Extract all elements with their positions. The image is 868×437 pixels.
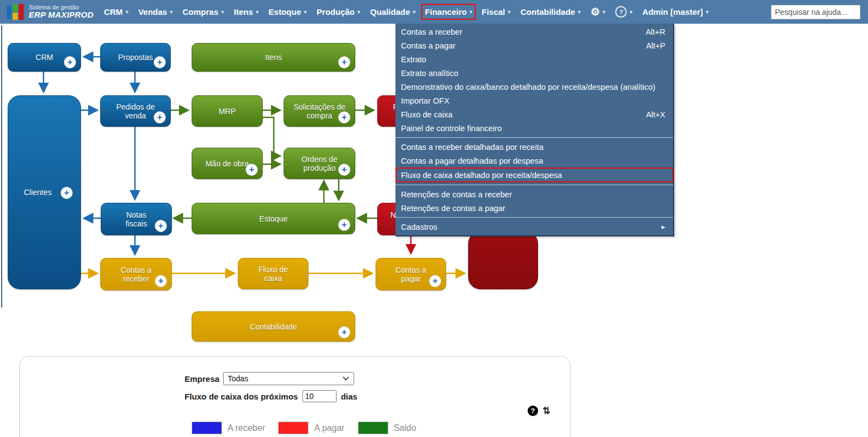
- chevron-down-icon: ▾: [413, 9, 416, 15]
- gear-icon: ⚙: [590, 7, 600, 17]
- chevron-down-icon: ▾: [304, 9, 307, 15]
- shortcut-label: Alt+R: [645, 28, 665, 36]
- menu-item-painel-controle-financeiro[interactable]: Painel de controle financeiro: [395, 121, 673, 135]
- flow-box-fornecedores-unlabeled[interactable]: [468, 231, 538, 289]
- top-navbar: Sistema de gestão ERP MAXIPROD CRM▾ Vend…: [0, 0, 868, 24]
- shortcut-label: Alt+X: [646, 110, 665, 119]
- nav-item-producao[interactable]: Produção▾: [312, 5, 365, 19]
- menu-item-demonstrativo-caixa-banco[interactable]: Demonstrativo do caixa/banco detalhado p…: [395, 80, 673, 94]
- plus-icon[interactable]: +: [155, 275, 167, 287]
- flow-box-propostas[interactable]: Propostas +: [100, 43, 171, 72]
- menu-item-contas-a-pagar[interactable]: Contas a pagarAlt+P: [395, 39, 673, 52]
- settings-menu[interactable]: ⚙▾: [586, 4, 610, 19]
- menu-item-fluxo-de-caixa[interactable]: Fluxo de caixaAlt+X: [395, 107, 673, 121]
- plus-icon[interactable]: +: [429, 275, 441, 287]
- menu-item-contas-pagar-detalhadas[interactable]: Contas a pagar detalhadas por despesa: [395, 154, 673, 168]
- nav-item-compras[interactable]: Compras▾: [178, 5, 228, 19]
- plus-icon[interactable]: +: [154, 111, 166, 123]
- flow-box-fluxo-de-caixa[interactable]: Fluxo de caixa: [238, 258, 308, 289]
- chevron-down-icon: ▾: [469, 9, 472, 15]
- help-icon[interactable]: ?: [528, 406, 538, 416]
- legend-swatch-saldo: [358, 422, 388, 434]
- brand-logo[interactable]: Sistema de gestão ERP MAXIPROD: [0, 0, 99, 24]
- plus-icon[interactable]: +: [154, 56, 166, 68]
- nav-item-contabilidade[interactable]: Contabilidade▾: [516, 5, 585, 19]
- erp-maxiprod-app: Sistema de gestão ERP MAXIPROD CRM▾ Vend…: [0, 0, 868, 437]
- menu-separator: [395, 217, 673, 218]
- chevron-down-icon: ▾: [578, 9, 581, 15]
- chart-legend: A receber A pagar Saldo: [192, 422, 416, 434]
- nav-item-qualidade[interactable]: Qualidade▾: [366, 5, 420, 19]
- menu-item-retencoes-contas-receber[interactable]: Retenções de contas a receber: [395, 187, 673, 201]
- nav-item-itens[interactable]: Itens▾: [230, 5, 263, 19]
- flow-box-contas-a-pagar[interactable]: Contas a pagar +: [376, 258, 446, 290]
- chevron-down-icon: ▾: [603, 9, 605, 15]
- flow-box-notas-fiscais[interactable]: Notas fiscais +: [101, 203, 172, 235]
- plus-icon[interactable]: +: [338, 326, 350, 338]
- chevron-down-icon: [343, 376, 349, 381]
- flow-box-mao-de-obra[interactable]: Mão de obra +: [192, 148, 263, 179]
- legend-entry-a-pagar: A pagar: [278, 422, 344, 434]
- plus-icon[interactable]: +: [246, 164, 258, 176]
- brand-name: ERP MAXIPROD: [29, 10, 94, 19]
- flow-box-estoque[interactable]: Estoque +: [192, 203, 355, 234]
- nav-item-fiscal[interactable]: Fiscal▾: [477, 5, 515, 19]
- financeiro-dropdown-menu: Contas a receberAlt+R Contas a pagarAlt+…: [395, 24, 674, 236]
- search-input[interactable]: [771, 5, 860, 19]
- fluxo-dias-label: Fluxo de caixa dos próximos: [185, 392, 298, 401]
- menu-item-extrato[interactable]: Extrato: [395, 52, 673, 66]
- help-menu[interactable]: ?▾: [611, 4, 637, 20]
- legend-swatch-a-receber: [192, 422, 222, 434]
- submenu-arrow-icon: ▶: [661, 224, 665, 230]
- chevron-down-icon: ▾: [256, 9, 259, 15]
- chevron-down-icon: ▾: [706, 9, 708, 15]
- nav-item-financeiro[interactable]: Financeiro▾: [421, 4, 476, 20]
- plus-icon[interactable]: +: [338, 56, 350, 68]
- refresh-icon[interactable]: ⇅: [542, 405, 550, 417]
- dias-suffix-label: dias: [341, 392, 357, 401]
- chevron-down-icon: ▾: [508, 9, 511, 15]
- menu-item-contas-receber-detalhadas[interactable]: Contas a receber detalhadas por receita: [395, 140, 673, 154]
- menu-item-contas-a-receber[interactable]: Contas a receberAlt+R: [395, 25, 673, 39]
- chevron-down-icon: ▾: [126, 9, 128, 15]
- nav-item-admin[interactable]: Admin [master]▾: [638, 5, 713, 19]
- plus-icon[interactable]: +: [338, 111, 350, 123]
- diagram-left-border: [1, 25, 2, 307]
- empresa-label: Empresa: [185, 374, 219, 384]
- shortcut-label: Alt+P: [646, 41, 665, 50]
- flow-box-pedidos-de-venda[interactable]: Pedidos de venda +: [100, 95, 171, 127]
- plus-icon[interactable]: +: [338, 164, 350, 176]
- flow-box-clientes[interactable]: Clientes +: [8, 95, 81, 289]
- plus-icon[interactable]: +: [338, 219, 350, 231]
- chevron-down-icon: ▾: [357, 9, 360, 15]
- chevron-down-icon: ▾: [170, 9, 172, 15]
- menu-item-cadastros[interactable]: Cadastros▶: [395, 220, 673, 234]
- empresa-select[interactable]: Todas: [223, 372, 354, 385]
- dias-input[interactable]: [302, 390, 337, 402]
- chevron-down-icon: ▾: [630, 9, 632, 15]
- plus-icon[interactable]: +: [61, 187, 73, 199]
- help-icon: ?: [615, 6, 627, 18]
- flow-box-contabilidade[interactable]: Contabilidade +: [192, 311, 355, 342]
- flow-box-mrp[interactable]: MRP: [192, 95, 263, 127]
- menu-item-extrato-analitico[interactable]: Extrato analítico: [395, 66, 673, 80]
- flow-box-solicitacoes-de-compra[interactable]: Solicitações de compra +: [284, 95, 355, 127]
- menu-item-retencoes-contas-pagar[interactable]: Retenções de contas a pagar: [395, 201, 673, 215]
- nav-item-vendas[interactable]: Vendas▾: [134, 5, 177, 19]
- nav-item-crm[interactable]: CRM▾: [100, 5, 133, 19]
- plus-icon[interactable]: +: [155, 220, 167, 232]
- chevron-down-icon: ▾: [221, 9, 224, 15]
- plus-icon[interactable]: +: [64, 56, 76, 68]
- legend-entry-saldo: Saldo: [358, 422, 416, 434]
- flow-box-itens[interactable]: Itens +: [192, 43, 355, 72]
- legend-swatch-a-pagar: [278, 422, 308, 434]
- flow-box-crm[interactable]: CRM +: [8, 43, 81, 72]
- menu-item-importar-ofx[interactable]: Importar OFX: [395, 94, 673, 107]
- main-menu: CRM▾ Vendas▾ Compras▾ Itens▾ Estoque▾ Pr…: [99, 0, 714, 24]
- nav-item-estoque[interactable]: Estoque▾: [264, 5, 311, 19]
- flow-box-contas-a-receber[interactable]: Contas a receber +: [100, 258, 172, 290]
- menu-item-fluxo-caixa-detalhado[interactable]: Fluxo de caixa detalhado por receita/des…: [395, 168, 673, 182]
- flow-box-ordens-de-producao[interactable]: Ordens de produção +: [284, 148, 355, 179]
- menu-separator: [395, 137, 673, 138]
- menu-separator: [395, 185, 673, 185]
